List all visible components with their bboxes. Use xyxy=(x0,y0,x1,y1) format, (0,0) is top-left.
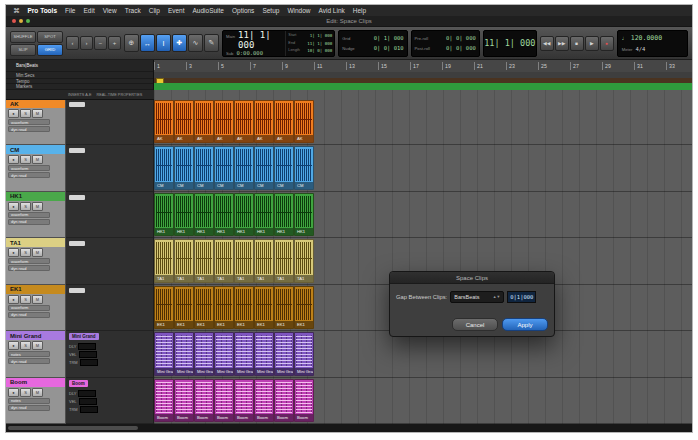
nudge-value[interactable]: 0| 0| 010 xyxy=(374,45,404,51)
clip[interactable]: EK1 xyxy=(154,286,174,329)
solo-button[interactable]: S xyxy=(20,109,31,118)
gap-units-dropdown[interactable]: BarsBeats ▲▼ xyxy=(450,291,504,303)
track-inserts-hk1[interactable] xyxy=(66,192,153,238)
track-controls-ak[interactable]: AK●SMwaveformdyn read xyxy=(6,99,65,145)
ruler-area[interactable]: 13579111315171921232527293133 xyxy=(154,60,692,90)
solo-button[interactable]: S xyxy=(20,388,31,397)
clip[interactable]: CM xyxy=(194,146,214,189)
clip[interactable]: Mini Grand xyxy=(234,332,254,375)
track-name-boom[interactable]: Boom xyxy=(6,378,65,387)
pencil-tool[interactable]: ✎ xyxy=(204,34,219,52)
clip[interactable]: HK1 xyxy=(194,193,214,236)
automation-mode-selector[interactable]: dyn read xyxy=(8,405,50,411)
clip[interactable]: TA1 xyxy=(214,239,234,282)
clip[interactable]: TA1 xyxy=(274,239,294,282)
tempo-ruler[interactable] xyxy=(154,83,692,90)
mute-button[interactable]: M xyxy=(32,155,43,164)
menu-item-track[interactable]: Track xyxy=(125,7,141,14)
clip[interactable]: HK1 xyxy=(274,193,294,236)
post-roll-value[interactable]: 0| 0| 000 xyxy=(446,45,476,51)
clip[interactable]: Mini Grand xyxy=(194,332,214,375)
clip[interactable]: EK1 xyxy=(274,286,294,329)
clip[interactable]: HK1 xyxy=(294,193,314,236)
record-enable-button[interactable]: ● xyxy=(8,109,19,118)
clip[interactable]: Mini Grand xyxy=(254,332,274,375)
clip[interactable]: Boom xyxy=(274,379,294,422)
mute-button[interactable]: M xyxy=(32,109,43,118)
ruler-name-bars-beats[interactable]: Bars|Beats xyxy=(6,60,153,72)
clip[interactable]: CM xyxy=(294,146,314,189)
trim-tool[interactable]: ↔ xyxy=(140,34,155,52)
mode-button-grid[interactable]: GRID xyxy=(37,44,63,56)
record-enable-button[interactable]: ● xyxy=(8,202,19,211)
midi-track-chip[interactable]: Boom xyxy=(69,380,88,387)
track-view-selector[interactable]: waveform xyxy=(8,165,50,171)
track-inserts-ta1[interactable] xyxy=(66,238,153,284)
scrubber-tool[interactable]: ∿ xyxy=(188,34,203,52)
zoomer-tool[interactable]: ⊕ xyxy=(124,34,139,52)
grabber-tool[interactable]: ✚ xyxy=(172,34,187,52)
mute-button[interactable]: M xyxy=(32,388,43,397)
clip[interactable]: EK1 xyxy=(194,286,214,329)
track-name-cm[interactable]: CM xyxy=(6,145,65,154)
clip[interactable]: AK xyxy=(154,100,174,143)
clip[interactable]: Boom xyxy=(194,379,214,422)
insert-slot[interactable] xyxy=(69,195,85,200)
track-inserts-ak[interactable] xyxy=(66,99,153,145)
fast-forward-button[interactable]: ▶▶ xyxy=(555,36,569,51)
clip[interactable]: EK1 xyxy=(214,286,234,329)
menu-item-event[interactable]: Event xyxy=(168,7,185,14)
track-controls-hk1[interactable]: HK1●SMwaveformdyn read xyxy=(6,192,65,238)
cancel-button[interactable]: Cancel xyxy=(452,318,498,331)
rewind-button[interactable]: ◀◀ xyxy=(540,36,554,51)
mute-button[interactable]: M xyxy=(32,248,43,257)
track-lane-cm[interactable]: CMCMCMCMCMCMCMCM xyxy=(154,145,692,191)
record-enable-button[interactable]: ● xyxy=(8,155,19,164)
menu-item-file[interactable]: File xyxy=(65,7,75,14)
track-view-selector[interactable]: notes xyxy=(8,351,50,357)
clip[interactable]: Mini Grand xyxy=(294,332,314,375)
clip[interactable]: Boom xyxy=(214,379,234,422)
solo-button[interactable]: S xyxy=(20,341,31,350)
automation-mode-selector[interactable]: dyn read xyxy=(8,219,50,225)
rtp-value-box[interactable] xyxy=(80,406,98,413)
mode-button-slip[interactable]: SLIP xyxy=(10,44,36,56)
clip[interactable]: EK1 xyxy=(294,286,314,329)
transport-location-display[interactable]: 11| 1| 000 xyxy=(483,30,537,57)
zoom-vertical-button[interactable]: + xyxy=(108,36,121,50)
automation-mode-selector[interactable]: dyn read xyxy=(8,312,50,318)
play-button[interactable]: ▶ xyxy=(585,36,599,51)
tempo-value[interactable]: 120.0000 xyxy=(631,34,662,42)
menu-item-view[interactable]: View xyxy=(103,7,117,14)
mode-button-spot[interactable]: SPOT xyxy=(37,31,63,43)
automation-mode-selector[interactable]: dyn read xyxy=(8,265,50,271)
insert-slot[interactable] xyxy=(69,241,85,246)
clip[interactable]: CM xyxy=(174,146,194,189)
solo-button[interactable]: S xyxy=(20,248,31,257)
clip[interactable]: AK xyxy=(274,100,294,143)
stop-button[interactable]: ■ xyxy=(570,36,584,51)
rtp-value-box[interactable] xyxy=(80,359,98,366)
automation-mode-selector[interactable]: dyn read xyxy=(8,172,50,178)
menu-item-avid-link[interactable]: Avid Link xyxy=(319,7,345,14)
clip[interactable]: HK1 xyxy=(214,193,234,236)
clip[interactable]: AK xyxy=(214,100,234,143)
pre-roll-value[interactable]: 0| 0| 000 xyxy=(446,35,476,41)
clip[interactable]: CM xyxy=(214,146,234,189)
menu-item-options[interactable]: Options xyxy=(232,7,254,14)
close-window-icon[interactable] xyxy=(12,19,16,23)
bottom-scrollbar[interactable] xyxy=(6,424,692,432)
insert-slot[interactable] xyxy=(69,148,85,153)
clip[interactable]: Boom xyxy=(234,379,254,422)
track-controls-cm[interactable]: CM●SMwaveformdyn read xyxy=(6,145,65,191)
track-lanes[interactable]: AKAKAKAKAKAKAKAKCMCMCMCMCMCMCMCMHK1HK1HK… xyxy=(154,90,692,424)
menu-item-edit[interactable]: Edit xyxy=(83,7,94,14)
track-inserts-mini-grand[interactable]: Mini GrandDLYVELTRM xyxy=(66,331,153,377)
mute-button[interactable]: M xyxy=(32,341,43,350)
length-value[interactable]: 10| 0| 000 xyxy=(307,48,332,53)
zoom-in-button[interactable]: › xyxy=(80,36,93,50)
apply-button[interactable]: Apply xyxy=(502,318,548,331)
clip[interactable]: Boom xyxy=(254,379,274,422)
horizontal-scroll-thumb[interactable] xyxy=(8,426,138,430)
clip[interactable]: HK1 xyxy=(174,193,194,236)
